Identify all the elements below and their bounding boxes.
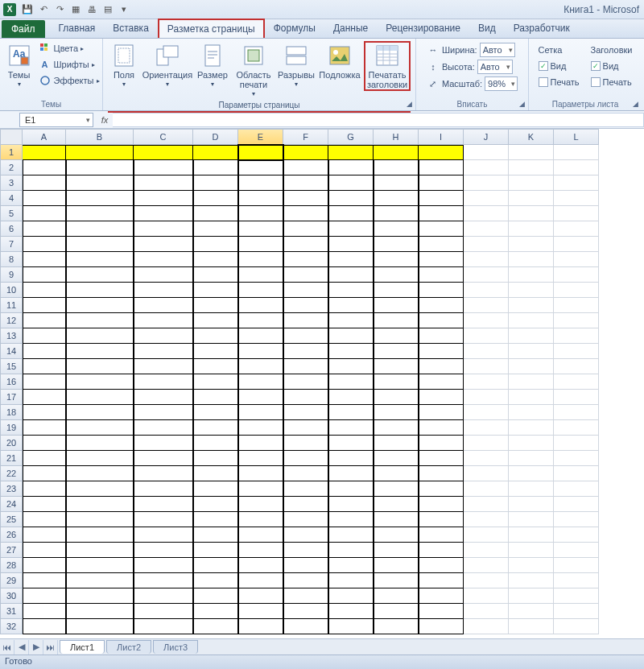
cell[interactable] bbox=[134, 619, 193, 634]
cell[interactable] bbox=[193, 420, 238, 436]
cell[interactable] bbox=[328, 237, 374, 252]
cell[interactable] bbox=[23, 451, 66, 466]
cell[interactable] bbox=[419, 558, 464, 573]
cell[interactable] bbox=[193, 328, 238, 344]
cell[interactable] bbox=[464, 405, 509, 420]
tab-разработчик[interactable]: Разработчик bbox=[505, 19, 579, 38]
cell[interactable] bbox=[554, 374, 599, 390]
cell[interactable] bbox=[134, 374, 193, 390]
row-header[interactable]: 20 bbox=[0, 436, 23, 451]
page-setup-dialog-launcher[interactable]: ◢ bbox=[404, 99, 414, 109]
name-box[interactable]: E1 bbox=[19, 113, 93, 127]
sheet-nav-last-icon[interactable]: ⏭ bbox=[43, 640, 58, 655]
cell[interactable] bbox=[238, 451, 283, 466]
cell[interactable] bbox=[374, 176, 419, 191]
cell[interactable] bbox=[328, 543, 374, 558]
cell[interactable] bbox=[238, 221, 283, 237]
cell[interactable] bbox=[328, 497, 374, 512]
cell[interactable] bbox=[23, 252, 66, 267]
cell[interactable] bbox=[193, 558, 238, 573]
cell[interactable] bbox=[419, 436, 464, 451]
cell[interactable] bbox=[66, 160, 134, 176]
cell[interactable] bbox=[193, 191, 238, 206]
undo-icon[interactable]: ↶ bbox=[36, 2, 51, 17]
cell[interactable] bbox=[23, 497, 66, 512]
cell[interactable] bbox=[328, 160, 374, 176]
cell[interactable] bbox=[419, 543, 464, 558]
effects-button[interactable]: Эффекты▸ bbox=[39, 73, 100, 88]
cell[interactable] bbox=[193, 573, 238, 588]
row-header[interactable]: 19 bbox=[0, 420, 23, 436]
cell[interactable] bbox=[283, 313, 328, 328]
cell[interactable] bbox=[374, 512, 419, 527]
row-header[interactable]: 12 bbox=[0, 313, 23, 328]
cell[interactable] bbox=[509, 344, 554, 359]
cell[interactable] bbox=[193, 283, 238, 298]
cell[interactable] bbox=[554, 237, 599, 252]
cell[interactable] bbox=[374, 359, 419, 374]
fonts-button[interactable]: A Шрифты▸ bbox=[39, 57, 100, 72]
cell[interactable] bbox=[66, 604, 134, 619]
cell[interactable] bbox=[464, 206, 509, 221]
cell[interactable] bbox=[283, 466, 328, 481]
cell[interactable] bbox=[419, 267, 464, 283]
tab-данные[interactable]: Данные bbox=[324, 19, 377, 38]
cell[interactable] bbox=[328, 359, 374, 374]
cell[interactable] bbox=[328, 512, 374, 527]
cell[interactable] bbox=[238, 420, 283, 436]
cell[interactable] bbox=[464, 451, 509, 466]
row-header[interactable]: 13 bbox=[0, 328, 23, 344]
cell[interactable] bbox=[374, 558, 419, 573]
row-header[interactable]: 31 bbox=[0, 604, 23, 619]
cell[interactable] bbox=[23, 543, 66, 558]
cell[interactable] bbox=[328, 420, 374, 436]
cell[interactable] bbox=[328, 313, 374, 328]
column-header[interactable]: J bbox=[464, 129, 509, 145]
cell[interactable] bbox=[509, 267, 554, 283]
cell[interactable] bbox=[238, 237, 283, 252]
cell[interactable] bbox=[374, 160, 419, 176]
sheet-opts-dialog-launcher[interactable]: ◢ bbox=[630, 99, 640, 109]
cell[interactable] bbox=[283, 328, 328, 344]
cell[interactable] bbox=[464, 145, 509, 160]
cell[interactable] bbox=[464, 558, 509, 573]
cell[interactable] bbox=[509, 252, 554, 267]
cell[interactable] bbox=[419, 252, 464, 267]
cell[interactable] bbox=[464, 466, 509, 481]
cell[interactable] bbox=[134, 497, 193, 512]
cell[interactable] bbox=[464, 390, 509, 405]
cell[interactable] bbox=[134, 405, 193, 420]
cell[interactable] bbox=[509, 206, 554, 221]
cell[interactable] bbox=[66, 267, 134, 283]
cell[interactable] bbox=[419, 619, 464, 634]
cell[interactable] bbox=[464, 497, 509, 512]
row-header[interactable]: 11 bbox=[0, 298, 23, 313]
cell[interactable] bbox=[193, 604, 238, 619]
cell[interactable] bbox=[374, 466, 419, 481]
column-header[interactable]: H bbox=[374, 129, 419, 145]
cell[interactable] bbox=[374, 328, 419, 344]
cell[interactable] bbox=[193, 252, 238, 267]
headings-view-check[interactable]: ✓Вид bbox=[591, 59, 633, 73]
scale-dialog-launcher[interactable]: ◢ bbox=[517, 99, 526, 109]
cell[interactable] bbox=[283, 420, 328, 436]
cell[interactable] bbox=[464, 374, 509, 390]
cell[interactable] bbox=[23, 374, 66, 390]
cell[interactable] bbox=[374, 543, 419, 558]
cell[interactable] bbox=[283, 619, 328, 634]
cell[interactable] bbox=[66, 237, 134, 252]
cell[interactable] bbox=[238, 206, 283, 221]
cell[interactable] bbox=[464, 252, 509, 267]
cell[interactable] bbox=[464, 176, 509, 191]
cell[interactable] bbox=[554, 298, 599, 313]
sheet-nav-next-icon[interactable]: ▶ bbox=[29, 640, 43, 655]
cell[interactable] bbox=[509, 558, 554, 573]
cell[interactable] bbox=[464, 267, 509, 283]
row-header[interactable]: 17 bbox=[0, 390, 23, 405]
size-button[interactable]: Размер▾ bbox=[195, 41, 230, 89]
cell[interactable] bbox=[193, 160, 238, 176]
cell[interactable] bbox=[23, 436, 66, 451]
cell[interactable] bbox=[134, 298, 193, 313]
cell[interactable] bbox=[554, 390, 599, 405]
row-header[interactable]: 5 bbox=[0, 206, 23, 221]
